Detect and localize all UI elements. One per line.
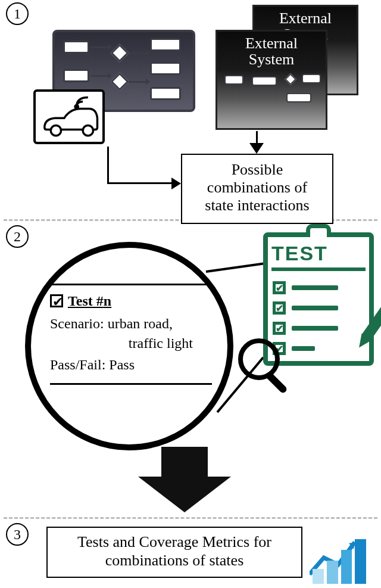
- check-icon: [273, 281, 286, 294]
- clipboard-clip-icon: [306, 224, 331, 237]
- autonomous-car-card: [33, 89, 105, 144]
- flow-arrow: [129, 81, 146, 83]
- flow-arrow: [90, 75, 108, 77]
- combinations-text: Possible combinations of state interacti…: [205, 161, 309, 214]
- flow-node: [150, 87, 181, 100]
- arrow-ext-to-combo-head: [249, 143, 264, 154]
- external-system-front: External System: [216, 30, 327, 130]
- results-box: Tests and Coverage Metrics for combinati…: [46, 527, 302, 578]
- clipboard-row-1: [273, 281, 338, 294]
- arrow-car-combo-v: [107, 147, 109, 183]
- big-down-arrow: [138, 447, 231, 512]
- clipboard-row-3: [273, 322, 338, 335]
- diagram-root: 1 2 3: [0, 0, 381, 588]
- clipboard-row-2: [273, 301, 338, 315]
- step-2-label: 2: [14, 229, 21, 245]
- svg-point-1: [83, 125, 93, 135]
- clipboard-bar: [292, 306, 338, 310]
- arrow-ext-to-combo-stem: [256, 131, 258, 144]
- clipboard-title: TEST: [271, 242, 366, 271]
- magnifier-icon: [238, 338, 280, 380]
- step-1-circle: 1: [6, 2, 29, 25]
- arrow-car-combo-head: [171, 178, 181, 189]
- separator-2-3: [4, 517, 377, 519]
- step-1-label: 1: [14, 6, 21, 22]
- flow-node: [150, 38, 181, 51]
- flow-node: [302, 74, 321, 83]
- flow-node: [286, 93, 311, 102]
- scenario-label: Scenario:: [50, 316, 104, 331]
- flow-decision: [110, 72, 129, 91]
- clipboard-row-4: [273, 342, 338, 355]
- svg-point-0: [51, 125, 61, 135]
- clipboard-bar: [292, 326, 338, 331]
- step-3-circle: 3: [6, 523, 29, 546]
- svg-point-2: [75, 105, 78, 108]
- step-2-circle: 2: [6, 225, 29, 248]
- scenario-line1: urban road,: [108, 316, 173, 331]
- car-icon: [39, 95, 99, 138]
- metrics-bar: [313, 569, 324, 584]
- result-label: Pass/Fail:: [50, 357, 105, 372]
- arrow-car-combo-h: [107, 182, 173, 184]
- clipboard-bar: [292, 346, 315, 351]
- checkbox-icon: ✔: [50, 294, 63, 307]
- result-value: Pass: [109, 357, 135, 372]
- metrics-bar: [355, 539, 366, 584]
- test-card: ✔ Test #n Scenario: urban road, traffic …: [50, 281, 212, 391]
- flow-node: [150, 62, 181, 75]
- flow-decision: [285, 73, 296, 85]
- flow-node: [63, 41, 89, 54]
- check-icon: [273, 301, 286, 315]
- flow-arrow: [129, 52, 146, 54]
- metrics-bar: [327, 561, 338, 584]
- test-divider-top: [50, 284, 212, 285]
- flow-node: [63, 69, 89, 82]
- flow-arrow: [90, 46, 108, 48]
- flow-node: [224, 75, 243, 85]
- results-text: Tests and Coverage Metrics for combinati…: [77, 533, 271, 569]
- step-3-label: 3: [14, 527, 21, 543]
- external-system-front-label: External System: [222, 35, 321, 68]
- metrics-bar: [341, 550, 352, 584]
- external-mini-flow: [222, 70, 321, 108]
- test-divider-bottom: [50, 383, 212, 385]
- test-title: Test #n: [68, 291, 111, 310]
- flow-node: [252, 76, 277, 86]
- zoom-line-top: [206, 262, 271, 273]
- metrics-chart-icon: [310, 536, 369, 584]
- check-icon: [273, 322, 286, 335]
- scenario-line2: traffic light: [129, 335, 193, 351]
- flow-decision: [110, 43, 129, 62]
- combinations-box: Possible combinations of state interacti…: [181, 154, 333, 224]
- clipboard-bar: [292, 285, 338, 290]
